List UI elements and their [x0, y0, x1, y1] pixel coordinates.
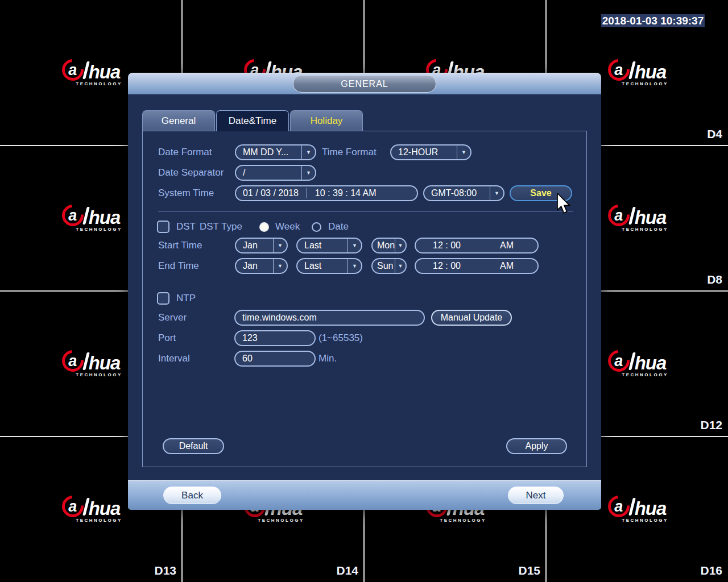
port-range-hint: (1~65535): [318, 330, 363, 346]
chevron-down-icon[interactable]: ▼: [273, 259, 287, 273]
back-button[interactable]: Back: [163, 487, 221, 504]
interval-unit-label: Min.: [318, 351, 337, 367]
interval-label: Interval: [158, 351, 190, 367]
start-clock-field[interactable]: 12 : 00 AM: [415, 238, 539, 253]
end-clock-field[interactable]: 12 : 00 AM: [415, 258, 539, 274]
dahua-logo: ahuaTECHNOLOGY: [60, 59, 122, 86]
dahua-logo: ahuaTECHNOLOGY: [60, 350, 122, 377]
channel-label: D4: [707, 127, 722, 141]
server-label: Server: [158, 310, 187, 326]
tab-date-time[interactable]: Date&Time: [216, 110, 289, 131]
port-label: Port: [158, 330, 176, 346]
section-divider: [158, 211, 573, 212]
chevron-down-icon[interactable]: ▼: [348, 259, 361, 273]
time-format-label: Time Format: [322, 144, 377, 160]
time-format-select[interactable]: 12-HOUR ▼: [390, 144, 471, 160]
default-button[interactable]: Default: [163, 438, 224, 454]
chevron-down-icon[interactable]: ▼: [395, 259, 406, 273]
server-input[interactable]: time.windows.com: [234, 310, 425, 326]
dahua-logo: ahuaTECHNOLOGY: [606, 59, 668, 86]
chevron-down-icon[interactable]: ▼: [395, 239, 406, 252]
dahua-logo: ahuaTECHNOLOGY: [606, 205, 668, 232]
end-week-select[interactable]: Last ▼: [296, 258, 362, 274]
channel-label: D12: [700, 418, 722, 432]
date-format-label: Date Format: [158, 144, 212, 160]
tab-general[interactable]: General: [142, 110, 215, 131]
dahua-logo: ahuaTECHNOLOGY: [606, 350, 668, 377]
channel-label: D15: [518, 564, 540, 577]
chevron-down-icon[interactable]: ▼: [301, 146, 315, 159]
ntp-checkbox[interactable]: [157, 292, 169, 305]
dialog-header: GENERAL: [128, 73, 601, 94]
channel-label: D8: [707, 273, 722, 286]
brand-red-swoosh-icon: a: [62, 205, 84, 226]
dst-type-label: DST Type: [200, 219, 242, 235]
end-time-label: End Time: [158, 258, 199, 274]
chevron-down-icon[interactable]: ▼: [273, 239, 287, 252]
timezone-select[interactable]: GMT-08:00 ▼: [423, 185, 504, 201]
brand-red-swoosh-icon: a: [608, 59, 630, 81]
start-day-select[interactable]: Mon ▼: [371, 238, 407, 253]
brand-red-swoosh-icon: a: [608, 350, 630, 372]
brand-red-swoosh-icon: a: [62, 496, 84, 517]
start-time-label: Start Time: [158, 238, 202, 253]
manual-update-button[interactable]: Manual Update: [431, 310, 512, 326]
dialog-body: General Date&Time Holiday Date Format MM…: [128, 94, 601, 480]
chevron-down-icon[interactable]: ▼: [348, 239, 361, 252]
mouse-cursor: [556, 193, 570, 216]
dialog-title: GENERAL: [293, 75, 436, 93]
start-week-select[interactable]: Last ▼: [296, 238, 362, 253]
next-button[interactable]: Next: [508, 487, 564, 504]
chevron-down-icon[interactable]: ▼: [490, 186, 503, 200]
tab-bar: General Date&Time Holiday: [142, 110, 364, 131]
chevron-down-icon[interactable]: ▼: [457, 146, 470, 159]
system-clock-overlay: 2018-01-03 10:39:37: [601, 14, 705, 27]
chevron-down-icon[interactable]: ▼: [301, 166, 315, 180]
brand-red-swoosh-icon: a: [608, 496, 630, 517]
dst-label: DST: [176, 219, 196, 235]
end-day-select[interactable]: Sun ▼: [371, 258, 407, 274]
date-separator-select[interactable]: / ▼: [235, 165, 316, 181]
apply-button[interactable]: Apply: [506, 438, 567, 454]
date-separator-label: Date Separator: [158, 165, 224, 181]
port-input[interactable]: 123: [234, 330, 316, 346]
channel-label: D13: [154, 564, 176, 577]
date-time-panel: Date Format MM DD Y... ▼ Time Format 12-…: [142, 131, 587, 467]
interval-input[interactable]: 60: [234, 351, 316, 367]
brand-red-swoosh-icon: a: [62, 350, 84, 372]
start-month-select[interactable]: Jan ▼: [235, 238, 288, 253]
dst-checkbox[interactable]: [157, 221, 169, 233]
end-month-select[interactable]: Jan ▼: [235, 258, 288, 274]
general-settings-dialog: GENERAL General Date&Time Holiday Date F…: [128, 73, 601, 510]
dahua-logo: ahuaTECHNOLOGY: [606, 496, 668, 523]
dialog-footer: Back Next: [128, 480, 601, 510]
date-format-select[interactable]: MM DD Y... ▼: [235, 144, 316, 160]
ntp-label: NTP: [176, 290, 196, 306]
dst-date-radio[interactable]: [312, 222, 321, 232]
channel-label: D16: [700, 564, 722, 577]
dahua-logo: ahuaTECHNOLOGY: [60, 205, 122, 232]
system-time-field[interactable]: 01 / 03 / 2018 10 : 39 : 14 AM: [235, 185, 418, 201]
dahua-logo: ahuaTECHNOLOGY: [60, 496, 122, 523]
tab-holiday[interactable]: Holiday: [290, 110, 363, 131]
system-time-label: System Time: [158, 185, 214, 201]
brand-red-swoosh-icon: a: [62, 59, 84, 81]
dst-week-radio[interactable]: [259, 222, 269, 232]
date-label: Date: [328, 219, 349, 235]
week-label: Week: [275, 219, 300, 235]
channel-label: D14: [336, 564, 358, 577]
brand-red-swoosh-icon: a: [608, 205, 630, 226]
